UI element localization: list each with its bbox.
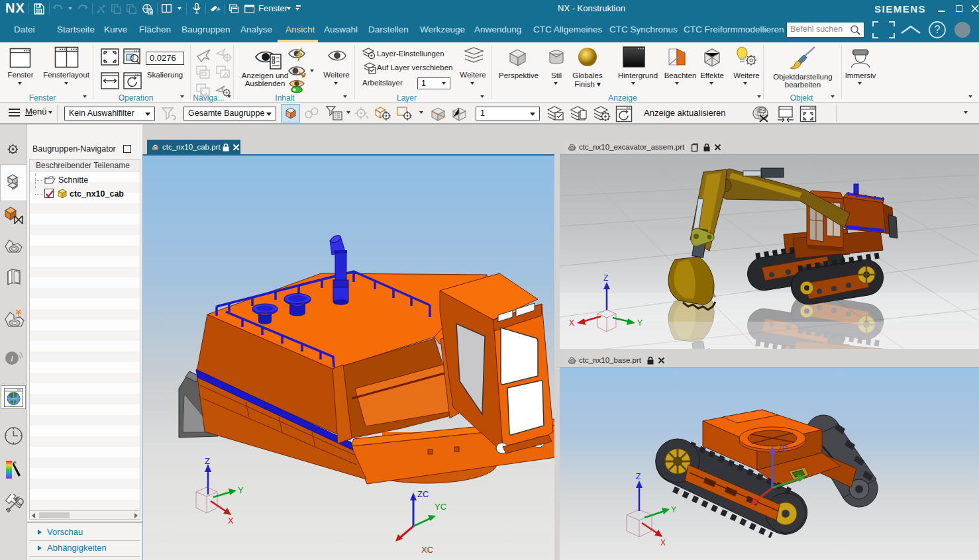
svg-text:YC: YC <box>435 502 446 512</box>
svg-text:Z: Z <box>205 456 210 466</box>
svg-text:Z: Z <box>636 472 641 481</box>
svg-text:Y: Y <box>637 318 643 328</box>
svg-text:ZC: ZC <box>777 444 788 453</box>
svg-text:X: X <box>660 538 666 547</box>
svg-text:X: X <box>228 516 234 526</box>
svg-text:i: i <box>11 353 13 363</box>
svg-text:Y: Y <box>238 485 244 495</box>
svg-text:XC: XC <box>421 545 433 555</box>
svg-text:Y: Y <box>671 505 676 514</box>
svg-text:P=: P= <box>760 109 765 113</box>
svg-text:Z: Z <box>603 273 608 283</box>
svg-text:X: X <box>569 318 574 328</box>
svg-text:?: ? <box>935 24 941 35</box>
svg-text:ZC: ZC <box>417 489 429 499</box>
